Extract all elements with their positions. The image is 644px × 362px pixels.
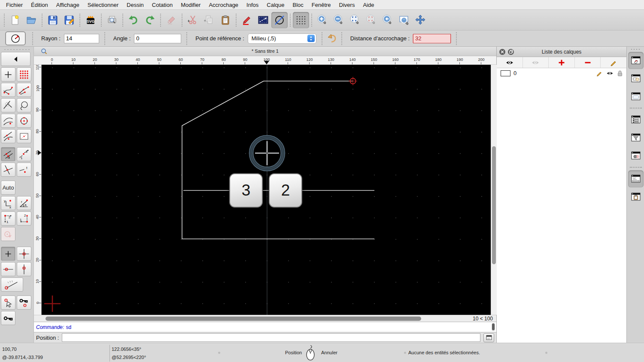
center-snap-tool[interactable] <box>17 247 31 261</box>
angle-gauge-button[interactable] <box>5 31 26 45</box>
menu-item[interactable]: Infos <box>246 2 258 8</box>
perpendicular-snap-tool[interactable]: ! <box>17 163 31 177</box>
crosshair-plus-tool[interactable] <box>1 67 15 81</box>
lock-tool[interactable] <box>1 311 15 325</box>
revert-snap-button[interactable] <box>325 32 339 45</box>
rotation-tool-disabled[interactable] <box>1 227 15 241</box>
layer-row[interactable]: 0 <box>497 68 626 78</box>
spline-points-tool[interactable] <box>1 83 15 97</box>
print-preview-button[interactable] <box>104 12 120 28</box>
filter-palette-button[interactable] <box>628 129 644 146</box>
menu-item[interactable]: Accrochage <box>209 2 238 8</box>
redo-button[interactable] <box>142 12 158 28</box>
freehand-select-tool[interactable] <box>17 98 31 112</box>
arc-point-snap-tool[interactable] <box>1 114 15 128</box>
menu-item[interactable]: Fenêtre <box>312 2 331 8</box>
zoom-extents-button[interactable] <box>347 12 363 28</box>
line-properties-button[interactable] <box>255 12 271 28</box>
relative-points-tool[interactable]: 12 <box>1 211 15 226</box>
circle-line-button[interactable] <box>271 12 288 28</box>
cartesian-coords-tool[interactable]: yx <box>1 196 15 210</box>
horizontal-snap-tool[interactable] <box>1 262 15 276</box>
copy-button[interactable] <box>201 12 217 28</box>
draw-pencil-button[interactable] <box>239 12 255 28</box>
snap-distance-input[interactable] <box>413 34 451 43</box>
view-light-palette-button[interactable] <box>628 147 644 164</box>
rayon-input[interactable] <box>64 34 99 43</box>
zoom-in-button[interactable] <box>314 12 331 28</box>
command-scrollbar[interactable] <box>492 323 495 331</box>
undo-button[interactable] <box>125 12 142 28</box>
eye-icon[interactable] <box>606 71 614 76</box>
paste-button[interactable] <box>217 12 234 28</box>
polar-coords-tool[interactable]: ra <box>17 196 31 210</box>
svg-export-button[interactable]: SVG <box>82 12 99 28</box>
zoom-previous-button[interactable] <box>380 12 396 28</box>
properties-palette-button[interactable] <box>628 88 644 105</box>
angle-input[interactable] <box>134 34 181 43</box>
zoom-selection-button[interactable] <box>363 12 380 28</box>
save-as-button[interactable] <box>61 12 77 28</box>
drawing-canvas[interactable]: 3 2 <box>42 65 491 315</box>
new-file-button[interactable] <box>7 12 23 28</box>
circle-quadrant-snap-tool[interactable] <box>17 114 31 128</box>
auto-button[interactable]: Auto <box>1 181 15 195</box>
count-badge-3[interactable]: 3 <box>229 173 263 208</box>
tangent-snap-tool[interactable] <box>1 98 15 112</box>
select-entity-snap-tool[interactable] <box>1 296 15 310</box>
cut-button[interactable] <box>185 12 201 28</box>
edit-layer-button[interactable] <box>601 57 626 68</box>
add-layer-button[interactable] <box>549 57 575 68</box>
menu-item[interactable]: Calque <box>267 2 284 8</box>
nearest-point-snap-tool[interactable] <box>1 129 15 143</box>
menu-item[interactable]: Fichier <box>6 2 23 8</box>
dock-drag-handle[interactable] <box>630 48 641 50</box>
collapse-palette-button[interactable] <box>1 52 30 66</box>
command-bar[interactable]: Commande: sd <box>34 322 496 332</box>
reference-point-select[interactable]: Milieu (,5) ▲▼ <box>248 33 316 44</box>
list-palette-button[interactable] <box>628 111 644 128</box>
blocks-palette-button[interactable] <box>628 70 644 87</box>
clipboard-palette-button[interactable] <box>628 188 644 205</box>
polyline-points-tool[interactable] <box>17 83 31 97</box>
hide-all-layers-button[interactable] <box>523 57 549 68</box>
menu-item[interactable]: Cotation <box>152 2 173 8</box>
parallel-point-tool[interactable] <box>1 147 15 161</box>
layer-color-swatch[interactable] <box>501 70 510 76</box>
layers-palette-button[interactable] <box>628 52 644 69</box>
pencil-icon[interactable] <box>596 70 602 76</box>
palette-drag-handle[interactable] <box>3 48 30 51</box>
horizontal-scrollbar-thumb[interactable] <box>46 317 421 321</box>
position-input[interactable] <box>62 333 480 342</box>
grid-toggle-button[interactable] <box>293 12 309 28</box>
intersection-snap-tool[interactable] <box>1 163 15 177</box>
grid-points-tool[interactable] <box>17 67 31 81</box>
detach-panel-button[interactable] <box>508 49 514 55</box>
lock-icon[interactable] <box>617 70 623 76</box>
absolute-points-tool[interactable]: 12 <box>17 211 31 226</box>
remove-layer-button[interactable] <box>575 57 601 68</box>
command-window-button[interactable] <box>628 170 644 187</box>
pan-button[interactable] <box>412 12 428 28</box>
zoom-window-button[interactable] <box>396 12 412 28</box>
save-button[interactable] <box>45 12 61 28</box>
menu-item[interactable]: Modifier <box>181 2 200 8</box>
open-file-button[interactable] <box>23 12 39 28</box>
plus-snap-tool[interactable] <box>1 247 15 261</box>
menu-item[interactable]: Dessin <box>127 2 144 8</box>
position-options-button[interactable] <box>483 333 494 342</box>
magnifier-icon[interactable] <box>41 48 47 54</box>
vertical-snap-tool[interactable] <box>17 262 31 276</box>
vertical-scrollbar[interactable] <box>491 65 497 315</box>
menu-item[interactable]: Aide <box>363 2 374 8</box>
reference-rectangle-tool[interactable] <box>17 129 31 143</box>
horizontal-scrollbar[interactable] <box>34 315 462 322</box>
menu-item[interactable]: Divers <box>339 2 355 8</box>
menu-item[interactable]: Sélectionner <box>88 2 118 8</box>
angle-reference-tool[interactable] <box>1 278 23 292</box>
vertical-scrollbar-thumb[interactable] <box>492 146 496 264</box>
erase-button[interactable] <box>163 12 179 28</box>
menu-item[interactable]: Bloc <box>292 2 303 8</box>
zoom-out-button[interactable] <box>331 12 347 28</box>
menu-item[interactable]: Édition <box>31 2 48 8</box>
